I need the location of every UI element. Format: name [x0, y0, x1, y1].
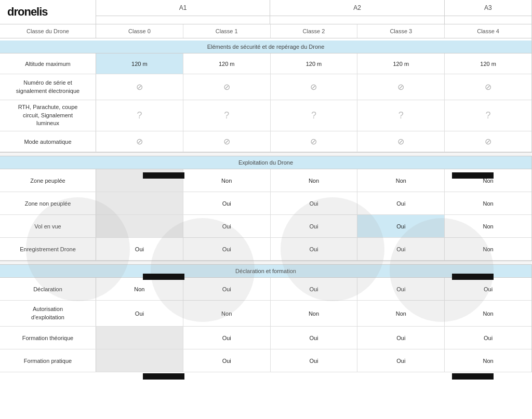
serial-4: ⊘: [445, 74, 531, 100]
enreg-row: Enregistrement Drone Oui Oui Oui Oui Non: [0, 238, 531, 261]
classe-0-cell: Classe 0: [96, 24, 183, 38]
formation-pratique-4: Non: [445, 349, 531, 372]
altitude-0: 120 m: [96, 53, 183, 74]
a1-group: A1: [96, 0, 270, 24]
classe-4-cell: Classe 4: [445, 24, 531, 38]
rth-label: RTH, Parachute, coupecircuit, Signalemen…: [0, 100, 96, 131]
vol-vue-0: [96, 215, 183, 237]
autorisation-0: Oui: [96, 301, 183, 326]
zone-peuplee-3: Non: [357, 169, 445, 192]
redact-6: [452, 373, 494, 380]
zone-non-peuplee-row: Zone non peuplée Oui Oui Oui Non: [0, 192, 531, 215]
rth-1: ?: [183, 100, 271, 131]
zone-peuplee-2: Non: [271, 169, 358, 192]
logo-area: dronelis: [0, 0, 96, 24]
auto-3: ⊘: [357, 131, 445, 152]
redact-1: [143, 172, 184, 179]
a1-label: A1: [96, 0, 270, 16]
declaration-label: Déclaration: [0, 278, 96, 300]
vol-vue-row: Vol en vue Oui Oui Oui Non: [0, 215, 531, 238]
auto-2: ⊘: [271, 131, 358, 152]
serial-0: ⊘: [96, 74, 183, 100]
zone-non-peuplee-2: Oui: [271, 192, 358, 214]
vol-vue-1: Oui: [183, 215, 271, 237]
a2-label: A2: [270, 0, 444, 16]
main-container: dronelis A1 A2 A3 Classe du Drone Classe…: [0, 0, 532, 419]
enreg-0: Oui: [96, 238, 183, 260]
formation-pratique-2: Oui: [271, 349, 358, 372]
formation-pratique-1: Oui: [183, 349, 271, 372]
declaration-3: Oui: [357, 278, 445, 300]
rth-2: ?: [271, 100, 358, 131]
redact-5: [143, 373, 184, 380]
rth-4: ?: [445, 100, 531, 131]
altitude-row: Altitude maximum 120 m 120 m 120 m 120 m…: [0, 53, 531, 74]
vol-vue-2: Oui: [271, 215, 358, 237]
rth-3: ?: [357, 100, 445, 131]
security-section: Eléments de sécurité et de repérage du D…: [0, 38, 532, 152]
zone-non-peuplee-0: [96, 192, 183, 214]
zone-non-peuplee-label: Zone non peuplée: [0, 192, 96, 214]
vol-vue-3: Oui: [357, 215, 445, 237]
altitude-2: 120 m: [271, 53, 358, 74]
formation-theo-0: [96, 327, 183, 349]
autorisation-3: Non: [357, 301, 445, 326]
classe-2-cell: Classe 2: [271, 24, 358, 38]
auto-label: Mode automatique: [0, 131, 96, 152]
redact-2: [143, 274, 184, 280]
auto-1: ⊘: [183, 131, 271, 152]
auto-4: ⊘: [445, 131, 531, 152]
zone-non-peuplee-4: Non: [445, 192, 531, 214]
serial-3: ⊘: [357, 74, 445, 100]
vol-vue-label: Vol en vue: [0, 215, 96, 237]
serial-row: Numéro de série etsignalement électroniq…: [0, 74, 531, 100]
altitude-3: 120 m: [357, 53, 445, 74]
autorisation-row: Autorisationd'exploitation Oui Non Non N…: [0, 301, 531, 327]
autorisation-1: Non: [183, 301, 271, 326]
formation-theo-2: Oui: [271, 327, 358, 349]
a2-group: A2: [270, 0, 444, 24]
serial-label: Numéro de série etsignalement électroniq…: [0, 74, 96, 100]
formation-theo-1: Oui: [183, 327, 271, 349]
formation-pratique-label: Formation pratique: [0, 349, 96, 372]
exploitation-section-header: Exploitation du Drone: [0, 156, 531, 169]
spacer-1: [0, 152, 532, 156]
security-section-header: Eléments de sécurité et de repérage du D…: [0, 38, 531, 53]
declaration-section: Déclaration et formation Déclaration Non…: [0, 265, 532, 372]
formation-pratique-0: [96, 349, 183, 372]
formation-theo-label: Formation théorique: [0, 327, 96, 349]
spacer-2: [0, 261, 532, 265]
formation-theo-row: Formation théorique Oui Oui Oui Oui: [0, 327, 531, 349]
auto-0: ⊘: [96, 131, 183, 152]
enreg-3: Oui: [357, 238, 445, 260]
serial-2: ⊘: [271, 74, 358, 100]
redact-3: [452, 172, 494, 179]
drone-class-row: Classe du Drone Classe 0 Classe 1 Classe…: [0, 24, 532, 38]
rth-row: RTH, Parachute, coupecircuit, Signalemen…: [0, 100, 531, 131]
enreg-2: Oui: [271, 238, 358, 260]
altitude-label: Altitude maximum: [0, 53, 96, 74]
declaration-1: Oui: [183, 278, 271, 300]
zone-non-peuplee-1: Oui: [183, 192, 271, 214]
zone-peuplee-label: Zone peuplée: [0, 169, 96, 192]
declaration-0: Non: [96, 278, 183, 300]
autorisation-4: Non: [445, 301, 531, 326]
enreg-4: Non: [445, 238, 531, 260]
a3-label: A3: [445, 0, 531, 16]
serial-1: ⊘: [183, 74, 271, 100]
autorisation-label: Autorisationd'exploitation: [0, 301, 96, 326]
auto-row: Mode automatique ⊘ ⊘ ⊘ ⊘ ⊘: [0, 131, 531, 152]
top-header-row: dronelis A1 A2 A3: [0, 0, 532, 24]
altitude-4: 120 m: [445, 53, 531, 74]
formation-pratique-3: Oui: [357, 349, 445, 372]
enreg-1: Oui: [183, 238, 271, 260]
formation-theo-4: Oui: [445, 327, 531, 349]
formation-pratique-row: Formation pratique Oui Oui Oui Non: [0, 349, 531, 372]
enreg-label: Enregistrement Drone: [0, 238, 96, 260]
classe-3-cell: Classe 3: [357, 24, 445, 38]
logo-word: dronelis: [7, 5, 48, 18]
declaration-2: Oui: [271, 278, 358, 300]
formation-theo-3: Oui: [357, 327, 445, 349]
classe-1-cell: Classe 1: [183, 24, 271, 38]
drone-class-row-label: Classe du Drone: [0, 24, 96, 38]
